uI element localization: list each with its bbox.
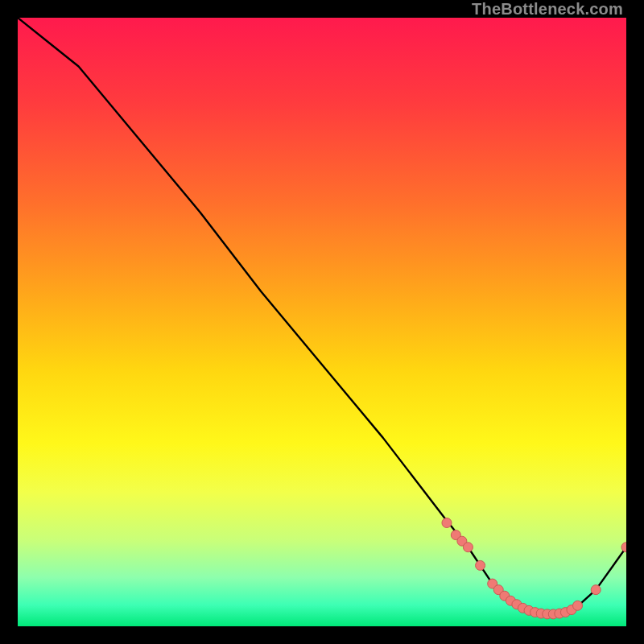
data-point-marker	[442, 518, 452, 527]
chart-frame	[18, 18, 626, 626]
bottleneck-chart	[18, 18, 626, 626]
data-point-marker	[476, 560, 485, 570]
data-point-marker	[591, 585, 601, 595]
gradient-background	[18, 18, 626, 626]
data-point-marker	[463, 543, 473, 552]
data-point-marker	[573, 601, 583, 610]
watermark-text: TheBottleneck.com	[472, 0, 623, 19]
